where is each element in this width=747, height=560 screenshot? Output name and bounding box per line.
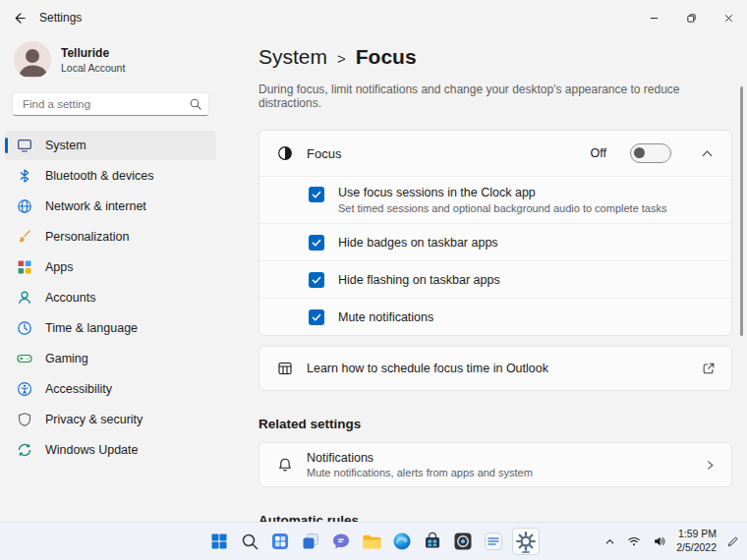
taskbar-search-button[interactable] <box>238 530 261 553</box>
tray-overflow-button[interactable] <box>603 534 617 549</box>
clock-icon <box>17 320 32 336</box>
focus-option-row: Hide flashing on taskbar apps <box>259 260 731 298</box>
app-title: Settings <box>39 11 82 25</box>
focus-option-row: Mute notifications <box>259 298 731 335</box>
schedule-grid-icon <box>277 361 293 376</box>
file-explorer-button[interactable] <box>360 530 383 553</box>
focus-toggle[interactable] <box>630 143 671 163</box>
globe-icon <box>17 198 32 214</box>
outlook-focus-link-card[interactable]: Learn how to schedule focus time in Outl… <box>259 346 732 391</box>
focus-toggle-state: Off <box>591 146 606 160</box>
search-icon <box>189 97 202 111</box>
restore-button[interactable] <box>672 0 710 35</box>
volume-button[interactable] <box>651 532 668 550</box>
breadcrumb-system[interactable]: System <box>259 45 327 69</box>
sidebar-item-bluetooth-devices[interactable]: Bluetooth & devices <box>5 161 216 191</box>
focus-sessions-checkbox[interactable] <box>309 187 324 202</box>
option-sublabel: Set timed sessions and optional backgrou… <box>338 202 666 214</box>
check-icon <box>311 189 322 200</box>
focus-title: Focus <box>307 146 577 161</box>
check-icon <box>311 237 322 249</box>
task-view-button[interactable] <box>299 530 322 553</box>
list-app-button[interactable] <box>482 530 505 553</box>
focus-moon-icon <box>277 145 293 161</box>
collapse-button[interactable] <box>697 143 718 164</box>
chevron-right-icon <box>705 460 716 471</box>
avatar <box>14 41 51 79</box>
vertical-scrollbar[interactable] <box>740 86 743 336</box>
user-name: Telluride <box>61 46 125 60</box>
start-button[interactable] <box>207 530 231 553</box>
edge-icon <box>391 531 413 552</box>
sidebar-nav: System Bluetooth & devices Network & int… <box>0 126 221 465</box>
network-button[interactable] <box>625 532 643 550</box>
external-link-icon <box>702 362 716 375</box>
chevron-up-icon <box>604 536 615 547</box>
close-icon <box>723 13 734 24</box>
sidebar-item-label: Privacy & security <box>45 413 143 426</box>
widgets-button[interactable] <box>268 530 292 553</box>
sidebar-item-label: Personalization <box>45 230 129 244</box>
settings-app-button[interactable] <box>512 528 540 555</box>
sidebar-item-time-language[interactable]: Time & language <box>5 313 216 343</box>
outlook-link-label: Learn how to schedule focus time in Outl… <box>307 362 688 375</box>
speaker-icon <box>653 534 666 548</box>
sidebar-item-windows-update[interactable]: Windows Update <box>5 435 216 465</box>
tray-time: 1:59 PM <box>676 528 717 541</box>
system-tray: 1:59 PM 2/5/2022 <box>603 523 741 560</box>
sidebar-item-accounts[interactable]: Accounts <box>5 283 216 312</box>
accessibility-icon <box>17 381 32 397</box>
close-button[interactable] <box>710 0 747 35</box>
focus-expander-header[interactable]: Focus Off <box>259 131 731 176</box>
back-button[interactable] <box>0 0 39 35</box>
sidebar-item-personalization[interactable]: Personalization <box>5 222 216 252</box>
option-label: Hide flashing on taskbar apps <box>338 273 500 287</box>
notifications-card[interactable]: Notifications Mute notifications, alerts… <box>259 442 732 487</box>
sidebar-item-privacy-security[interactable]: Privacy & security <box>5 405 216 434</box>
sidebar-item-network-internet[interactable]: Network & internet <box>5 192 216 221</box>
user-profile[interactable]: Telluride Local Account <box>0 35 221 90</box>
pen-icon <box>726 535 739 548</box>
photos-button[interactable] <box>451 530 475 553</box>
breadcrumb: System > Focus <box>259 45 732 69</box>
option-label: Mute notifications <box>338 310 433 324</box>
edge-button[interactable] <box>390 530 414 553</box>
widgets-icon <box>269 531 291 552</box>
settings-window: Settings Telluride Local Account <box>0 0 747 560</box>
settings-gear-icon <box>515 531 537 552</box>
focus-option-row: Use focus sessions in the Clock app Set … <box>259 176 731 223</box>
store-button[interactable] <box>421 530 444 553</box>
store-icon <box>422 531 443 552</box>
breadcrumb-separator: > <box>337 50 346 67</box>
sidebar-item-system[interactable]: System <box>5 131 216 160</box>
search-box <box>12 92 209 116</box>
taskbar: 1:59 PM 2/5/2022 <box>0 522 747 560</box>
search-input[interactable] <box>12 92 209 116</box>
account-type: Local Account <box>61 62 125 74</box>
bluetooth-icon <box>17 168 32 184</box>
taskbar-pinned-apps <box>207 523 540 560</box>
person-icon <box>17 290 32 306</box>
brush-icon <box>17 229 32 245</box>
window-controls <box>635 0 747 35</box>
clock[interactable]: 1:59 PM 2/5/2022 <box>676 528 717 554</box>
notifications-title: Notifications <box>307 451 691 465</box>
monitor-icon <box>17 138 32 153</box>
sidebar-item-label: Gaming <box>45 352 88 365</box>
focus-card: Focus Off Use focus sessions in the Cloc… <box>259 130 732 336</box>
wifi-icon <box>627 534 641 548</box>
mute-notifications-checkbox[interactable] <box>309 309 324 325</box>
sidebar-item-gaming[interactable]: Gaming <box>5 344 216 373</box>
page-description: During focus, limit notifications and ch… <box>259 83 732 110</box>
sidebar-item-apps[interactable]: Apps <box>5 252 216 282</box>
back-arrow-icon <box>13 11 28 26</box>
hide-flashing-checkbox[interactable] <box>309 272 324 288</box>
hide-badges-checkbox[interactable] <box>309 235 324 251</box>
pen-menu-button[interactable] <box>724 533 741 550</box>
photos-icon <box>452 531 474 552</box>
sidebar-item-accessibility[interactable]: Accessibility <box>5 374 216 404</box>
related-settings-heading: Related settings <box>259 417 732 431</box>
chat-button[interactable] <box>329 530 353 553</box>
minimize-button[interactable] <box>635 0 672 35</box>
option-label: Use focus sessions in the Clock app <box>338 186 666 199</box>
